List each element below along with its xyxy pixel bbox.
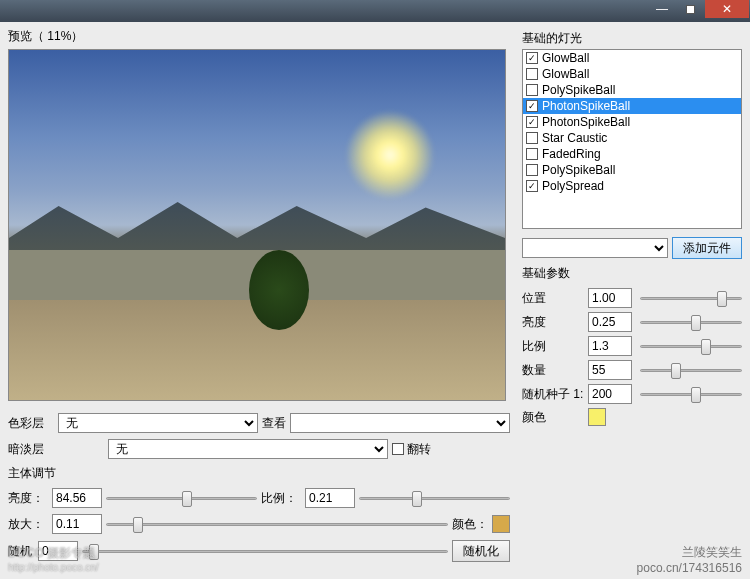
list-item[interactable]: PolySpikeBall	[523, 82, 741, 98]
list-item[interactable]: Star Caustic	[523, 130, 741, 146]
brightness-slider[interactable]	[106, 488, 257, 508]
param-label: 比例	[522, 338, 588, 355]
preview-label: 预览（ 11%）	[8, 28, 510, 45]
dark-layer-select[interactable]: 无	[108, 439, 388, 459]
list-item-label: PhotonSpikeBall	[542, 115, 630, 129]
window-titlebar: — ✕	[0, 0, 750, 22]
param-input[interactable]	[588, 336, 632, 356]
random-input[interactable]	[38, 541, 78, 561]
param-label: 数量	[522, 362, 588, 379]
flip-checkbox[interactable]: 翻转	[392, 441, 431, 458]
light-list[interactable]: ✓GlowBallGlowBallPolySpikeBall✓PhotonSpi…	[522, 49, 742, 229]
list-item-label: PolySpread	[542, 179, 604, 193]
checkbox-icon[interactable]	[526, 68, 538, 80]
list-item-label: GlowBall	[542, 51, 589, 65]
param-slider[interactable]	[640, 312, 742, 332]
param-slider[interactable]	[640, 360, 742, 380]
color-label: 颜色：	[452, 516, 488, 533]
ratio-slider[interactable]	[359, 488, 510, 508]
checkbox-icon[interactable]: ✓	[526, 116, 538, 128]
close-button[interactable]: ✕	[705, 0, 749, 18]
color-swatch[interactable]	[492, 515, 510, 533]
view-select[interactable]	[290, 413, 510, 433]
checkbox-icon[interactable]: ✓	[526, 52, 538, 64]
list-item[interactable]: ✓PhotonSpikeBall	[523, 98, 741, 114]
list-item-label: PhotonSpikeBall	[542, 99, 630, 113]
ratio-label: 比例：	[261, 490, 301, 507]
view-label: 查看	[262, 415, 286, 432]
param-input[interactable]	[588, 360, 632, 380]
checkbox-icon[interactable]	[526, 164, 538, 176]
ratio-input[interactable]	[305, 488, 355, 508]
checkbox-icon[interactable]	[526, 148, 538, 160]
zoom-slider[interactable]	[106, 514, 448, 534]
element-select[interactable]	[522, 238, 668, 258]
color-layer-select[interactable]: 无	[58, 413, 258, 433]
param-slider[interactable]	[640, 384, 742, 404]
checkbox-icon[interactable]	[526, 84, 538, 96]
checkbox-icon[interactable]: ✓	[526, 100, 538, 112]
light-panel-title: 基础的灯光	[522, 30, 742, 47]
random-slider[interactable]	[82, 541, 448, 561]
list-item-label: PolySpikeBall	[542, 163, 615, 177]
list-item[interactable]: GlowBall	[523, 66, 741, 82]
brightness-label: 亮度：	[8, 490, 48, 507]
maximize-button[interactable]	[677, 0, 703, 18]
list-item[interactable]: ✓PhotonSpikeBall	[523, 114, 741, 130]
list-item-label: Star Caustic	[542, 131, 607, 145]
right-color-label: 颜色	[522, 409, 588, 426]
param-slider[interactable]	[640, 288, 742, 308]
list-item-label: FadedRing	[542, 147, 601, 161]
dark-layer-label: 暗淡层	[8, 441, 54, 458]
param-input[interactable]	[588, 312, 632, 332]
param-label: 亮度	[522, 314, 588, 331]
list-item[interactable]: ✓PolySpread	[523, 178, 741, 194]
zoom-label: 放大：	[8, 516, 48, 533]
list-item[interactable]: PolySpikeBall	[523, 162, 741, 178]
right-color-swatch[interactable]	[588, 408, 606, 426]
param-slider[interactable]	[640, 336, 742, 356]
brightness-input[interactable]	[52, 488, 102, 508]
checkbox-icon[interactable]: ✓	[526, 180, 538, 192]
list-item-label: PolySpikeBall	[542, 83, 615, 97]
params-title: 基础参数	[522, 265, 742, 282]
list-item[interactable]: ✓GlowBall	[523, 50, 741, 66]
checkbox-icon[interactable]	[526, 132, 538, 144]
param-label: 随机种子 1:	[522, 386, 588, 403]
param-label: 位置	[522, 290, 588, 307]
param-input[interactable]	[588, 288, 632, 308]
list-item-label: GlowBall	[542, 67, 589, 81]
param-input[interactable]	[588, 384, 632, 404]
color-layer-label: 色彩层	[8, 415, 54, 432]
zoom-input[interactable]	[52, 514, 102, 534]
minimize-button[interactable]: —	[649, 0, 675, 18]
randomize-button[interactable]: 随机化	[452, 540, 510, 562]
preview-image	[8, 49, 506, 401]
random-label: 随机	[8, 543, 34, 560]
list-item[interactable]: FadedRing	[523, 146, 741, 162]
add-element-button[interactable]: 添加元件	[672, 237, 742, 259]
watermark-right: 兰陵笑笑生poco.cn/174316516	[637, 544, 742, 575]
subject-adjust-label: 主体调节	[8, 465, 56, 482]
